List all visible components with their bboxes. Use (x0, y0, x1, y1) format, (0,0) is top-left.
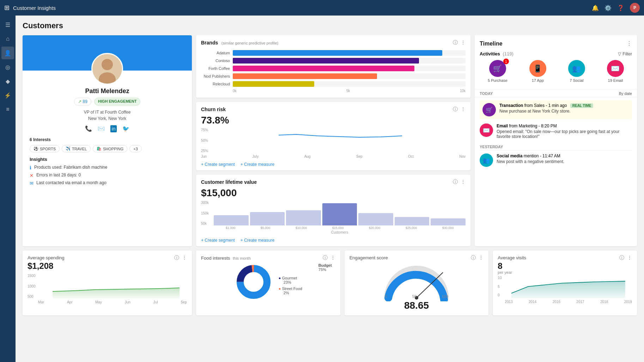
churn-card-icons: ⓘ ⋮ (453, 106, 466, 113)
insight-contact: ✉ Last contacted via email a month ago (30, 180, 185, 186)
social-text: Social media mention - 11:47 AM New post… (497, 153, 564, 167)
sidebar-item-measures[interactable]: ◆ (1, 75, 14, 88)
clv-bar-7 (431, 218, 466, 225)
engagement-more[interactable]: ⋮ (479, 255, 484, 261)
profile-content: Patti Melendez ↗ 89 HIGH ENGAGEMENT VP o… (23, 53, 192, 194)
sidebar-item-customers[interactable]: 👤 (1, 47, 14, 59)
content-area: Customers (16, 16, 644, 362)
clv-info-icon[interactable]: ⓘ (453, 179, 458, 185)
phone-icon[interactable]: 📞 (85, 125, 92, 132)
clv-more-icon[interactable]: ⋮ (461, 179, 466, 185)
insight-errors: ✕ Errors in last 28 days: 0 (30, 173, 185, 178)
mail-icon: ✉ (30, 181, 34, 186)
twitter-icon[interactable]: 🐦 (122, 125, 129, 132)
nav-icons: 🔔 ⚙️ ❓ P (592, 3, 640, 13)
clv-bar-1 (214, 215, 249, 225)
churn-more-icon[interactable]: ⋮ (461, 106, 466, 113)
activity-social[interactable]: 👥 7 Social (568, 60, 585, 83)
email-icon[interactable]: ✉️ (98, 125, 105, 132)
bar-forth-coffee: Forth Coffee (201, 66, 466, 71)
bell-icon[interactable]: 🔔 (592, 5, 599, 11)
interests-tags: ⚽ SPORTS ✈️ TRAVEL 🛍️ SHOPPING +3 (30, 145, 185, 152)
activity-email[interactable]: ✉️ 19 Email (607, 60, 624, 83)
churn-value: 73.8% (196, 115, 470, 128)
clv-create-segment[interactable]: + Create segment (201, 238, 235, 243)
food-icons: ⓘ ⋮ (323, 255, 335, 261)
timeline-activities: Activities (119) ▽ Filter 🛒 (475, 49, 637, 90)
svg-point-1 (102, 59, 113, 70)
brands-more-icon[interactable]: ⋮ (461, 40, 466, 46)
nav-grid-icon[interactable]: ⊞ (4, 4, 10, 12)
timeline-more-icon[interactable]: ⋮ (626, 40, 632, 47)
email-circle: ✉️ (480, 123, 493, 137)
profile-card: Patti Melendez ↗ 89 HIGH ENGAGEMENT VP o… (23, 35, 192, 246)
sidebar-item-intelligence[interactable]: ⚡ (1, 89, 14, 102)
activity-purchase[interactable]: 🛒 1 5 Purchase (488, 60, 508, 83)
avg-visits-more[interactable]: ⋮ (627, 255, 632, 261)
clv-bar-2 (250, 212, 285, 226)
avg-spending-info[interactable]: ⓘ (174, 255, 179, 261)
sidebar-item-admin[interactable]: ≡ (1, 103, 14, 116)
activity-app[interactable]: 📱 17 App (529, 60, 546, 83)
social-circle: 👥 (480, 153, 493, 167)
svg-marker-3 (53, 288, 180, 298)
activities-label-wrap: Activities (119) (480, 51, 514, 56)
food-info[interactable]: ⓘ (323, 255, 328, 261)
social-icon-wrap: 👥 (480, 153, 493, 167)
email-icon-wrap: ✉️ (480, 123, 493, 139)
svg-marker-9 (511, 281, 625, 298)
clv-bar-6 (395, 217, 430, 226)
sidebar-item-menu[interactable]: ☰ (1, 18, 14, 31)
transaction-text: Transaction from Sales - 1 min ago REAL … (499, 103, 593, 116)
engagement-header: Engagement score ⓘ ⋮ (350, 255, 484, 261)
churn-create-measure[interactable]: + Create measure (241, 162, 274, 167)
engagement-score-card: Engagement score ⓘ ⋮ (345, 251, 489, 315)
clv-bar-3 (286, 210, 321, 225)
churn-info-icon[interactable]: ⓘ (453, 106, 458, 113)
clv-value: $15,000 (196, 187, 470, 201)
filter-button[interactable]: ▽ Filter (618, 52, 632, 56)
clv-y-axis: 300k 150k 50k (201, 201, 209, 225)
timeline-items: 🛒 Transaction from Sales - 1 min ago REA… (475, 97, 637, 246)
avg-visits-header: Average visits ⓘ ⋮ (498, 255, 632, 261)
engagement-icons: ⓘ ⋮ (471, 255, 484, 261)
timeline-item-transaction: 🛒 Transaction from Sales - 1 min ago REA… (480, 100, 632, 119)
clv-x-axis-label: Customers (201, 230, 466, 234)
help-icon[interactable]: ❓ (617, 5, 624, 11)
avg-spending-icons: ⓘ ⋮ (174, 255, 187, 261)
brands-header: Brands (similar generic predictive profi… (196, 35, 470, 48)
gauge-wrap: 0 50 100 88.65 (350, 263, 484, 311)
food-donut-wrap: Budget 75% ● Gourmet 23% ● Street F (201, 263, 335, 301)
engagement-info[interactable]: ⓘ (471, 255, 476, 261)
avg-visits-info[interactable]: ⓘ (619, 255, 624, 261)
bar-contoso: Contoso (201, 58, 466, 64)
interest-more[interactable]: +3 (129, 145, 142, 152)
food-more[interactable]: ⋮ (330, 255, 335, 261)
interest-sports[interactable]: ⚽ SPORTS (30, 145, 60, 152)
settings-icon[interactable]: ⚙️ (604, 5, 612, 11)
avg-spending-more[interactable]: ⋮ (182, 255, 187, 261)
brands-info-icon[interactable]: ⓘ (453, 40, 458, 46)
churn-create-segment[interactable]: + Create segment (201, 162, 235, 167)
by-date-button[interactable]: By date (619, 91, 632, 96)
activities-row: Activities (119) ▽ Filter (480, 51, 632, 56)
clv-create-measure[interactable]: + Create measure (241, 238, 274, 243)
bar-nod-publishers: Nod Publishers (201, 73, 466, 79)
avatar-image (91, 53, 123, 85)
interest-shopping[interactable]: 🛍️ SHOPPING (93, 145, 127, 152)
food-interests-card: Food interests this month ⓘ ⋮ (196, 251, 340, 315)
info-icon: ℹ (30, 165, 31, 170)
sidebar-item-home[interactable]: ⌂ (1, 32, 14, 45)
avatar[interactable]: P (630, 3, 640, 13)
avg-visits-unit: per year (498, 270, 632, 274)
clv-actions: + Create segment + Create measure (196, 236, 470, 246)
linkedin-icon[interactable]: in (110, 125, 117, 132)
interest-travel[interactable]: ✈️ TRAVEL (62, 145, 91, 152)
purchase-icon: 🛒 (493, 64, 502, 73)
sidebar-item-segments[interactable]: ◎ (1, 61, 14, 73)
churn-actions: + Create segment + Create measure (196, 160, 470, 170)
churn-card: Churn risk ⓘ ⋮ 73.8% 75% 50% 25% (196, 102, 470, 170)
engagement-value: 88.65 (404, 300, 429, 311)
email-activity-icon: ✉️ (611, 64, 620, 73)
transaction-circle: 🛒 (482, 103, 496, 116)
